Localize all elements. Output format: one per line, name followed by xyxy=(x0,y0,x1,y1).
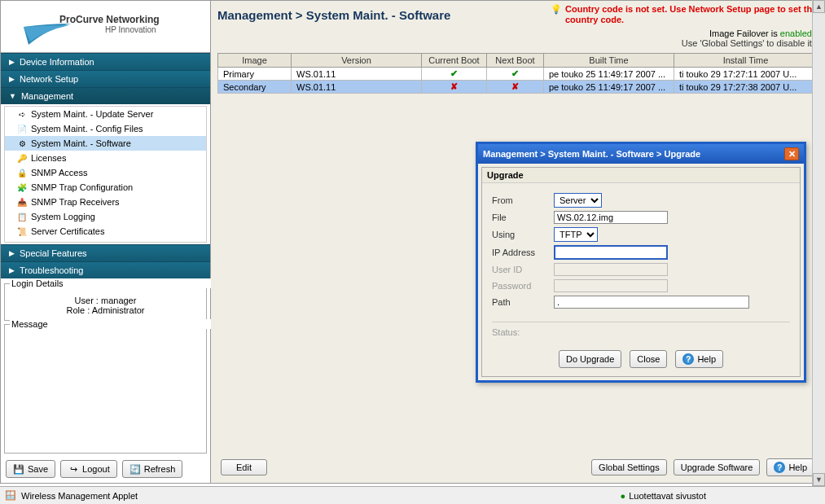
nav-network-setup[interactable]: ▶Network Setup xyxy=(1,70,210,87)
edit-button[interactable]: Edit xyxy=(221,459,267,476)
page-icon: 📄 xyxy=(16,123,28,134)
userid-input xyxy=(554,263,668,276)
management-tree[interactable]: ➪System Maint. - Update Server 📄System M… xyxy=(4,106,207,243)
upgrade-software-button[interactable]: Upgrade Software xyxy=(674,459,761,476)
using-select[interactable]: TFTP xyxy=(554,227,598,242)
software-table[interactable]: Image Version Current Boot Next Boot Bui… xyxy=(217,53,818,94)
help-button-main[interactable]: ?Help xyxy=(766,458,814,476)
chevron-right-icon: ▶ xyxy=(9,266,15,274)
tree-item-snmp-access[interactable]: 🔒SNMP Access xyxy=(5,165,206,180)
login-legend: Login Details xyxy=(10,278,211,288)
x-icon: ✘ xyxy=(487,81,544,94)
failover-status: Image Failover is enabled. xyxy=(211,27,824,38)
refresh-button[interactable]: 🔄Refresh xyxy=(122,460,183,478)
close-button[interactable]: Close xyxy=(630,350,667,368)
col-current: Current Boot xyxy=(422,54,487,68)
logo: ProCurve Networking HP Innovation xyxy=(1,1,210,53)
password-label: Password xyxy=(492,281,554,291)
login-role: Role : Administrator xyxy=(11,305,200,315)
close-icon[interactable]: ✕ xyxy=(784,147,799,160)
check-icon: ✔ xyxy=(487,68,544,81)
dialog-title: Management > System Maint. - Software > … xyxy=(483,149,784,159)
chevron-down-icon: ▼ xyxy=(9,92,16,100)
password-input xyxy=(554,279,668,292)
save-button[interactable]: 💾Save xyxy=(6,460,55,478)
chevron-right-icon: ▶ xyxy=(9,75,15,83)
country-code-warning: 💡 Country code is not set. Use Network S… xyxy=(551,4,818,25)
log-icon: 📋 xyxy=(16,211,28,222)
gear-icon: ⚙ xyxy=(16,138,28,149)
tree-item-snmp-trap-config[interactable]: 🧩SNMP Trap Configuration xyxy=(5,180,206,195)
tree-item-config-files[interactable]: 📄System Maint. - Config Files xyxy=(5,121,206,136)
refresh-icon: 🔄 xyxy=(129,463,141,475)
chevron-right-icon: ▶ xyxy=(9,249,15,257)
nav-special-features[interactable]: ▶Special Features xyxy=(1,244,210,261)
userid-label: User ID xyxy=(492,265,554,274)
help-icon: ? xyxy=(682,353,694,365)
logout-icon: ↪ xyxy=(68,463,79,475)
using-label: Using xyxy=(492,230,554,239)
vertical-scrollbar[interactable]: ▲ ▼ xyxy=(812,0,825,486)
scroll-down-icon[interactable]: ▼ xyxy=(813,473,825,486)
login-user: User : manager xyxy=(11,296,200,305)
logout-button[interactable]: ↪Logout xyxy=(60,460,117,478)
arrow-icon: ➪ xyxy=(16,108,28,120)
applet-label: Wireless Management Applet xyxy=(21,491,138,501)
brand-name: ProCurve Networking xyxy=(59,14,160,25)
message-legend: Message xyxy=(10,319,211,329)
col-version: Version xyxy=(292,54,422,68)
ip-label: IP Address xyxy=(492,248,554,257)
x-icon: ✘ xyxy=(422,81,487,94)
tree-item-update-server[interactable]: ➪System Maint. - Update Server xyxy=(5,107,206,121)
applet-icon: 🪟 xyxy=(5,490,16,501)
failover-hint: Use 'Global Settings' to disable it. xyxy=(211,38,824,53)
path-input[interactable] xyxy=(554,296,749,309)
trusted-icon: ● xyxy=(621,491,626,501)
table-row[interactable]: Secondary WS.01.11 ✘ ✘ pe touko 25 11:49… xyxy=(218,81,818,94)
tree-item-system-logging[interactable]: 📋System Logging xyxy=(5,209,206,224)
check-icon: ✔ xyxy=(422,68,487,81)
path-label: Path xyxy=(492,297,554,307)
col-install: Install Time xyxy=(674,54,818,68)
col-next: Next Boot xyxy=(487,54,544,68)
message-box: Message xyxy=(4,324,207,454)
trusted-sites-label: Luotettavat sivustot xyxy=(629,491,706,501)
status-label: Status: xyxy=(492,322,790,345)
cert-icon: 📜 xyxy=(16,226,28,237)
chevron-right-icon: ▶ xyxy=(9,58,15,66)
upgrade-dialog: Management > System Maint. - Software > … xyxy=(476,142,806,383)
nav-management[interactable]: ▼Management xyxy=(1,87,210,104)
file-input[interactable] xyxy=(554,211,668,224)
col-image: Image xyxy=(218,54,292,68)
table-row[interactable]: Primary WS.01.11 ✔ ✔ pe touko 25 11:49:1… xyxy=(218,68,818,81)
tree-item-server-certificates[interactable]: 📜Server Certificates xyxy=(5,224,206,239)
logo-swoosh-icon xyxy=(24,24,72,46)
tree-item-snmp-trap-receivers[interactable]: 📥SNMP Trap Receivers xyxy=(5,195,206,209)
brand-sub: HP Innovation xyxy=(105,25,156,34)
nav-device-information[interactable]: ▶Device Information xyxy=(1,53,210,70)
tree-item-licenses[interactable]: 🔑Licenses xyxy=(5,151,206,165)
help-icon: ? xyxy=(774,462,785,473)
from-select[interactable]: Server xyxy=(554,193,602,208)
receiver-icon: 📥 xyxy=(16,196,28,208)
key-icon: 🔑 xyxy=(16,152,28,164)
nav-troubleshooting[interactable]: ▶Troubleshooting xyxy=(1,261,210,278)
help-button[interactable]: ?Help xyxy=(675,350,723,368)
ip-address-input[interactable] xyxy=(554,245,668,260)
login-details-box: Login Details User : manager Role : Admi… xyxy=(4,283,207,321)
from-label: From xyxy=(492,195,554,205)
breadcrumb: Management > System Maint. - Software xyxy=(217,8,551,22)
scroll-up-icon[interactable]: ▲ xyxy=(813,0,825,13)
tree-item-software[interactable]: ⚙System Maint. - Software xyxy=(5,136,206,151)
dialog-section-legend: Upgrade xyxy=(482,168,800,183)
lock-icon: 🔒 xyxy=(16,167,28,178)
save-icon: 💾 xyxy=(13,463,24,475)
file-label: File xyxy=(492,213,554,222)
trap-icon: 🧩 xyxy=(16,182,28,193)
lightbulb-icon: 💡 xyxy=(551,4,562,15)
col-built: Built Time xyxy=(544,54,674,68)
do-upgrade-button[interactable]: Do Upgrade xyxy=(559,350,621,368)
global-settings-button[interactable]: Global Settings xyxy=(591,459,667,476)
